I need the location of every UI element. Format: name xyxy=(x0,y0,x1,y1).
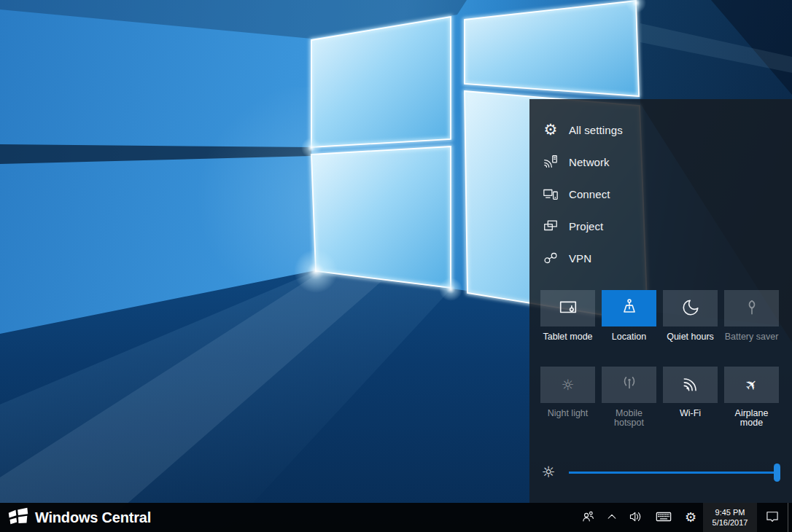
wifi-tile[interactable] xyxy=(663,367,718,403)
brightness-track[interactable] xyxy=(569,472,779,474)
volume-icon xyxy=(629,509,643,526)
vpn-icon xyxy=(543,250,559,266)
battery-saver-tile[interactable] xyxy=(724,290,779,326)
brightness-row: ☼ xyxy=(529,462,792,482)
menu-item-all-settings[interactable]: ⚙ All settings xyxy=(529,114,792,146)
action-center-button[interactable] xyxy=(757,503,788,532)
airplane-mode-tile[interactable]: ✈ xyxy=(724,367,779,403)
menu-item-connect[interactable]: Connect xyxy=(529,178,792,210)
quick-action-tablet-mode: Tablet mode xyxy=(540,290,595,342)
tile-label: Quiet hours xyxy=(667,332,714,342)
project-icon xyxy=(543,218,559,234)
night-light-tile[interactable]: ☼ xyxy=(540,367,595,403)
desktop-screen: ⚙ All settings Network xyxy=(0,0,792,532)
chevron-up-icon xyxy=(605,510,618,525)
action-center-menu: ⚙ All settings Network xyxy=(529,114,792,274)
taskbar-clock[interactable]: 9:45 PM 5/16/2017 xyxy=(703,503,757,532)
brand-label: Windows Central xyxy=(35,509,151,526)
tray-settings-button[interactable]: ⚙ xyxy=(678,503,703,532)
gear-icon: ⚙ xyxy=(543,122,559,138)
menu-item-label: All settings xyxy=(569,124,623,136)
tile-label: Night light xyxy=(548,409,589,418)
battery-saver-icon xyxy=(742,298,761,319)
tablet-mode-tile[interactable] xyxy=(540,290,595,326)
clock-date: 5/16/2017 xyxy=(713,517,748,528)
menu-item-label: Connect xyxy=(569,188,610,200)
menu-item-project[interactable]: Project xyxy=(529,210,792,242)
mobile-hotspot-icon xyxy=(620,375,639,396)
mobile-hotspot-tile[interactable] xyxy=(602,367,656,403)
menu-item-network[interactable]: Network xyxy=(529,146,792,178)
tile-label: Location xyxy=(612,332,646,342)
quick-action-night-light: ☼ Night light xyxy=(540,367,595,428)
location-tile[interactable] xyxy=(602,290,656,326)
windows-central-watermark: Windows Central xyxy=(7,503,151,532)
airplane-mode-icon: ✈ xyxy=(745,378,758,392)
tile-label: Tablet mode xyxy=(543,332,592,342)
tray-volume-button[interactable] xyxy=(623,503,649,532)
menu-item-vpn[interactable]: VPN xyxy=(529,242,792,274)
quick-action-quiet-hours: Quiet hours xyxy=(663,290,718,342)
brightness-sun-icon: ☼ xyxy=(540,462,556,482)
clock-time: 9:45 PM xyxy=(715,507,745,517)
brightness-slider[interactable] xyxy=(569,462,779,482)
windows-central-flag-icon xyxy=(7,506,29,528)
location-icon xyxy=(620,298,639,319)
brightness-fill xyxy=(569,472,779,474)
quiet-hours-icon xyxy=(681,298,700,319)
quick-actions-row-1: Tablet mode Location xyxy=(540,290,779,342)
tray-people-button[interactable] xyxy=(576,503,601,532)
brightness-thumb[interactable] xyxy=(774,463,780,482)
menu-item-label: Project xyxy=(569,220,603,232)
quick-action-mobile-hotspot: Mobile hotspot xyxy=(602,367,656,428)
tile-label: Wi-Fi xyxy=(680,409,701,418)
tray-hidden-icons-button[interactable] xyxy=(601,503,623,532)
quick-action-location: Location xyxy=(602,290,656,342)
system-tray: ⚙ 9:45 PM 5/16/2017 xyxy=(576,503,792,532)
tile-label: Battery saver xyxy=(725,332,779,342)
quick-action-wifi: Wi-Fi xyxy=(663,367,718,428)
quick-action-battery-saver: Battery saver xyxy=(724,290,779,342)
show-desktop-button[interactable] xyxy=(788,503,792,532)
quick-action-airplane-mode: ✈ Airplane mode xyxy=(724,367,779,428)
menu-item-label: Network xyxy=(569,156,610,168)
night-light-icon: ☼ xyxy=(562,378,575,392)
notification-bubble-icon xyxy=(765,509,780,526)
menu-item-label: VPN xyxy=(569,252,591,265)
action-center-panel: ⚙ All settings Network xyxy=(529,99,792,503)
wifi-icon xyxy=(681,375,700,396)
tile-label: Mobile hotspot xyxy=(602,409,656,428)
people-icon xyxy=(581,509,596,526)
tablet-mode-icon xyxy=(559,298,578,319)
keyboard-icon xyxy=(655,509,672,527)
settings-gear-icon: ⚙ xyxy=(685,511,696,524)
tray-keyboard-button[interactable] xyxy=(649,503,678,532)
quick-actions-row-2: ☼ Night light Mobile hotspot xyxy=(540,367,779,428)
network-icon xyxy=(543,154,559,170)
quiet-hours-tile[interactable] xyxy=(663,290,718,326)
connect-icon xyxy=(543,186,559,202)
taskbar: Windows Central xyxy=(0,503,792,532)
tile-label: Airplane mode xyxy=(724,409,779,428)
